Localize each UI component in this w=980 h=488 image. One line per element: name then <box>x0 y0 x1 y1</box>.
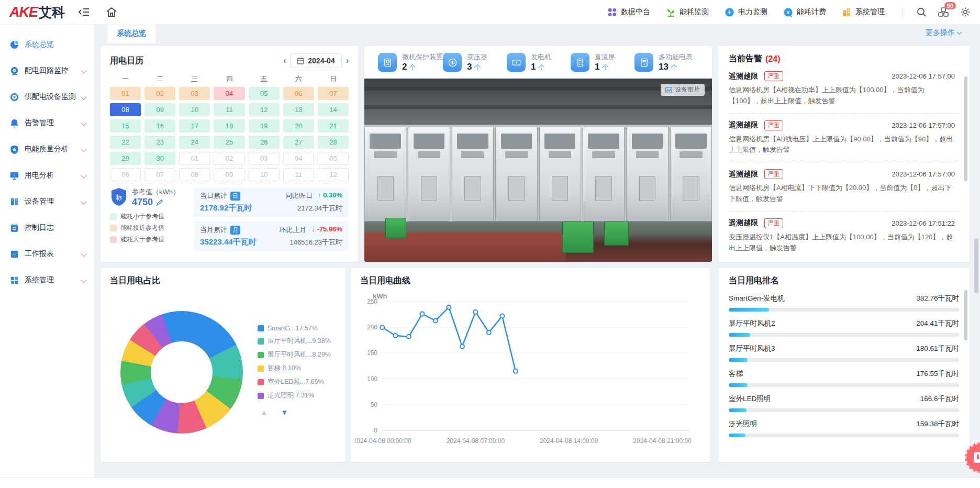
calendar-day[interactable]: 20 <box>283 119 314 132</box>
tab-system-overview[interactable]: 系统总览 <box>107 24 155 43</box>
month-picker[interactable]: 2024-04 <box>290 53 341 68</box>
ranking-item[interactable]: SmartGen-发电机382.76千瓦时 <box>729 294 959 312</box>
usage-donut-chart[interactable] <box>120 311 243 434</box>
ranking-name: SmartGen-发电机 <box>729 294 785 303</box>
calendar-day[interactable]: 18 <box>214 119 244 132</box>
legend-item: 能耗接近参考值 <box>110 224 188 232</box>
nav-menu-item[interactable]: 电力监测 <box>725 7 767 17</box>
calendar-day[interactable]: 30 <box>144 152 175 165</box>
donut-legend-item[interactable]: SmartG...17.57% <box>258 325 331 332</box>
prev-month-icon[interactable]: ‹ <box>283 57 286 65</box>
alarm-item[interactable]: 遥测越限 严重 2023-12-06 17:51:22 变压器温控仪1【A相温度… <box>729 212 959 260</box>
alarm-item[interactable]: 遥测越限 严重 2023-12-06 17:57:00 信息网络机房【A相视在功… <box>729 64 959 114</box>
trend-down-arrow: ↓ -75.96% <box>311 225 342 235</box>
calendar-day[interactable]: 08 <box>110 103 141 116</box>
ranking-item[interactable]: 泛光照明159.38千瓦时 <box>729 419 959 437</box>
donut-legend-item[interactable]: 室外LED照...7.65% <box>258 378 331 386</box>
calendar-day[interactable]: 28 <box>318 136 349 149</box>
collapse-sidebar-icon[interactable] <box>79 7 90 17</box>
calendar-day[interactable]: 07 <box>318 87 349 100</box>
weekday-header: 一二三四五六日 <box>110 74 349 84</box>
calendar-day[interactable]: 10 <box>179 103 210 116</box>
gear-icon[interactable] <box>960 7 971 17</box>
equipment-photo-card: 微机保护装置 2个 变压器 3个 发电机 1个 直流屏 1个 多功能电表 13个 <box>364 46 712 262</box>
ranking-title: 当日用电排名 <box>729 276 779 285</box>
calendar-day[interactable]: 26 <box>249 136 280 149</box>
alarm-item[interactable]: 遥测越限 严重 2023-12-06 17:57:00 信息网络机房【AB线电压… <box>729 114 959 163</box>
calendar-day[interactable]: 01 <box>110 87 141 100</box>
calendar-day[interactable]: 16 <box>144 119 175 132</box>
calendar-day[interactable]: 24 <box>179 136 210 149</box>
calendar-day[interactable]: 09 <box>144 103 175 116</box>
search-icon[interactable] <box>917 7 927 17</box>
calendar-day[interactable]: 29 <box>110 152 141 165</box>
compare-label: 同比昨日 <box>285 191 313 201</box>
sidebar-item[interactable]: 供配电设备监测 <box>0 84 94 110</box>
sidebar-item[interactable]: 控制日志 <box>0 215 94 241</box>
nav-menu-item[interactable]: ¥ 能耗计费 <box>783 7 826 17</box>
page-scrollbar[interactable] <box>974 238 978 293</box>
home-icon[interactable] <box>106 7 117 17</box>
sidebar-item[interactable]: 系统总览 <box>0 31 94 58</box>
ranking-item[interactable]: 室外LED照明166.6千瓦时 <box>729 394 959 412</box>
svg-text:2024-04-08 00:00:00: 2024-04-08 00:00:00 <box>355 437 411 445</box>
device-manage-icon <box>9 197 19 207</box>
calendar-day[interactable]: 21 <box>318 119 349 132</box>
calendar-day[interactable]: 05 <box>249 87 280 100</box>
sidebar-item[interactable]: 告警管理 <box>0 110 94 136</box>
calendar-day[interactable]: 03 <box>179 87 210 100</box>
donut-legend-item[interactable]: 泛光照明 7.31% <box>258 391 331 400</box>
sidebar-item[interactable]: 配电回路监控 <box>0 58 94 84</box>
daily-usage-curve-card: 当日用电曲线 0501001502002502024-04-08 00:00:0… <box>351 268 710 462</box>
alarm-scrollbar[interactable] <box>964 76 967 181</box>
calendar-day[interactable]: 27 <box>283 136 314 149</box>
calendar-day[interactable]: 25 <box>214 136 244 149</box>
calendar-day: 11 <box>283 168 314 181</box>
nav-menu-item[interactable]: 能耗监测 <box>666 7 709 17</box>
sidebar-item[interactable]: 电能质量分析 <box>0 136 94 162</box>
calendar-day[interactable]: 04 <box>214 87 244 100</box>
ranking-item[interactable]: 展厅平时风机2204.41千瓦时 <box>729 319 959 337</box>
legend-page-down-icon[interactable]: ▼ <box>281 408 288 416</box>
legend-page-up-icon[interactable]: ▲ <box>261 408 268 416</box>
nav-menu-item[interactable]: 系统管理 <box>842 7 885 17</box>
chevron-down-icon <box>81 68 86 73</box>
ranking-item[interactable]: 客梯176.55千瓦时 <box>729 369 959 387</box>
calendar-day[interactable]: 06 <box>283 87 314 100</box>
sidebar-item-label: 电能质量分析 <box>25 145 82 154</box>
edit-pencil-icon[interactable] <box>156 199 163 206</box>
shield-text: 标 <box>116 194 122 201</box>
sidebar-item[interactable]: 设备管理 <box>0 188 94 215</box>
calendar-day[interactable]: 19 <box>249 119 280 132</box>
donut-legend-item[interactable]: 展厅平时风机...9.38% <box>258 337 331 346</box>
calendar-day[interactable]: 22 <box>110 136 141 149</box>
calendar-day[interactable]: 14 <box>318 103 349 116</box>
apps-grid-icon[interactable]: 90 <box>938 7 949 17</box>
ranking-item[interactable]: 展厅平时风机3180.61千瓦时 <box>729 344 959 362</box>
calendar-day[interactable]: 11 <box>214 103 244 116</box>
donut-legend-item[interactable]: 客梯 8.10% <box>258 364 331 373</box>
ranking-value: 382.76千瓦时 <box>916 294 959 303</box>
app-logo[interactable]: AKE 艾科 <box>9 4 65 21</box>
ranking-scrollbar[interactable] <box>964 290 967 340</box>
sidebar-item[interactable]: 系统管理 <box>0 267 94 293</box>
usage-line-chart[interactable]: 0501001502002502024-04-08 00:00:002024-0… <box>355 291 700 451</box>
nav-menu-item[interactable]: 数据中台 <box>607 7 650 17</box>
severity-badge: 严重 <box>764 71 783 81</box>
calendar-day[interactable]: 17 <box>179 119 210 132</box>
nav-menu-label: 数据中台 <box>621 7 650 17</box>
next-month-icon[interactable]: › <box>346 57 349 65</box>
photo-overlay-tag[interactable]: 设备图片 <box>661 84 705 96</box>
sidebar-item[interactable]: 用电分析 <box>0 162 94 188</box>
calendar-day[interactable]: 13 <box>283 103 314 116</box>
alarm-description: 信息网络机房【AB线电压】上上限值为【90.00】，当前值为【90】，超出上上限… <box>729 134 955 156</box>
calendar-day[interactable]: 23 <box>144 136 175 149</box>
calendar-day[interactable]: 02 <box>144 87 175 100</box>
calendar-day[interactable]: 12 <box>249 103 280 116</box>
alarm-item[interactable]: 遥测越限 严重 2023-12-06 17:57:00 信息网络机房【A相电流】… <box>729 162 959 212</box>
donut-legend-item[interactable]: 展厅平时风机...8.29% <box>258 350 331 359</box>
more-actions-link[interactable]: 更多操作 <box>926 28 962 38</box>
svg-text:200: 200 <box>367 324 377 331</box>
sidebar-item[interactable]: 工作报表 <box>0 241 94 267</box>
calendar-day[interactable]: 15 <box>110 119 141 132</box>
